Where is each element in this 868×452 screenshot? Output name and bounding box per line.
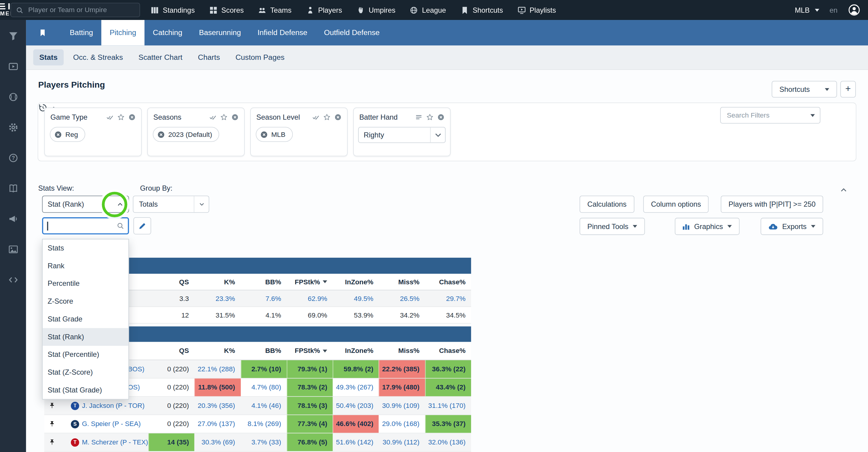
star-icon[interactable] xyxy=(220,114,227,121)
stat-cell[interactable]: 29.0% (168) xyxy=(379,415,425,433)
subtab-scatter-chart[interactable]: Scatter Chart xyxy=(132,49,188,65)
stat-cell[interactable]: 32.0% (136) xyxy=(425,433,471,451)
trumedia-logo[interactable]: TRUMEDIA xyxy=(0,6,8,14)
stat-cell[interactable]: 7.6% xyxy=(241,290,287,306)
x-circle-icon[interactable] xyxy=(437,114,444,121)
exports-button[interactable]: Exports xyxy=(761,218,823,235)
stat-cell[interactable]: 31.1% (170) xyxy=(425,397,471,415)
col-header-k[interactable]: K% xyxy=(194,274,241,290)
player-name[interactable]: G. Speier (P - SEA) xyxy=(82,420,141,428)
stat-cell[interactable]: 22.1% (288) xyxy=(194,360,241,378)
tab-infield-defense[interactable]: Infield Defense xyxy=(249,20,316,45)
col-header-chase[interactable]: Chase% xyxy=(425,274,471,290)
nav-teams[interactable]: Teams xyxy=(258,6,291,14)
group-by-select[interactable]: Totals xyxy=(133,196,209,213)
check-double-icon[interactable] xyxy=(312,114,319,121)
subtab-custom-pages[interactable]: Custom Pages xyxy=(229,49,291,65)
pin-cell[interactable] xyxy=(44,415,60,433)
stat-cell[interactable]: 3.7% (33) xyxy=(241,433,287,451)
stat-cell[interactable]: 20.3% (356) xyxy=(194,397,241,415)
stats-view-select[interactable]: Stat (Rank) xyxy=(42,196,129,213)
option-stat-stat-grade[interactable]: Stat (Stat Grade) xyxy=(42,381,128,399)
col-header-miss[interactable]: Miss% xyxy=(379,342,425,360)
nav-players[interactable]: Players xyxy=(306,6,342,14)
player-name[interactable]: BOS) xyxy=(128,365,145,373)
embed-code-icon[interactable] xyxy=(8,275,18,285)
filter-chip-2023-default[interactable]: 2023 (Default) xyxy=(153,127,219,142)
subtab-charts[interactable]: Charts xyxy=(192,49,226,65)
col-header-bb[interactable]: BB% xyxy=(241,342,287,360)
column-options-button[interactable]: Column options xyxy=(643,196,709,213)
player-name[interactable]: J. Jackson (P - TOR) xyxy=(82,402,144,410)
option-percentile[interactable]: Percentile xyxy=(42,275,128,293)
docs-book-icon[interactable] xyxy=(8,183,18,193)
stat-cell[interactable]: 30.9% (109) xyxy=(379,397,425,415)
col-header-qs[interactable]: QS xyxy=(149,342,195,360)
graphics-button[interactable]: Graphics xyxy=(675,218,740,235)
global-search-input[interactable] xyxy=(27,5,134,14)
bookmark-icon[interactable] xyxy=(39,28,46,37)
col-header-fpstk[interactable]: FPStk% xyxy=(287,342,333,360)
col-header-miss[interactable]: Miss% xyxy=(379,274,425,290)
check-double-icon[interactable] xyxy=(209,114,216,121)
x-circle-icon[interactable] xyxy=(129,114,136,121)
players-filter-button[interactable]: Players with [P|PIT] >= 250 xyxy=(721,196,823,213)
tab-batting[interactable]: Batting xyxy=(62,20,101,45)
media-image-icon[interactable] xyxy=(8,245,18,254)
announcements-megaphone-icon[interactable] xyxy=(8,214,18,224)
col-header-inzone[interactable]: InZone% xyxy=(333,342,379,360)
stat-cell[interactable]: 30.9% (112) xyxy=(379,433,425,451)
nav-umpires[interactable]: Umpires xyxy=(356,6,395,14)
nav-scores[interactable]: Scores xyxy=(209,6,244,14)
pinned-tools-button[interactable]: Pinned Tools xyxy=(580,218,645,235)
nav-standings[interactable]: Standings xyxy=(151,6,195,14)
stat-cell[interactable]: 51.6% (142) xyxy=(333,433,379,451)
col-header-bb[interactable]: BB% xyxy=(241,274,287,290)
nav-playlists[interactable]: Playlists xyxy=(517,6,556,14)
video-icon[interactable] xyxy=(8,62,18,72)
stat-cell[interactable]: 49.5% xyxy=(333,290,379,306)
calculations-button[interactable]: Calculations xyxy=(580,196,634,213)
stat-cell[interactable]: 4.1% (46) xyxy=(241,397,287,415)
stat-cell[interactable]: 49.3% (267) xyxy=(333,378,379,396)
x-circle-icon[interactable] xyxy=(231,114,239,121)
user-avatar-icon[interactable] xyxy=(848,4,860,16)
stat-cell[interactable]: 29.7% xyxy=(425,290,471,306)
stat-cell[interactable]: 27.0% (137) xyxy=(194,415,241,433)
league-selector[interactable]: MLB xyxy=(795,6,819,14)
edit-pencil-button[interactable] xyxy=(133,217,151,234)
player-name[interactable]: M. Scherzer (P - TEX) xyxy=(82,439,148,446)
col-header-fpstk[interactable]: FPStk% xyxy=(287,274,333,290)
stat-cell[interactable]: 50.4% (203) xyxy=(333,397,379,415)
settings-gear-icon[interactable] xyxy=(8,122,18,132)
star-icon[interactable] xyxy=(117,114,125,121)
option-stat-percentile[interactable]: Stat (Percentile) xyxy=(42,346,128,364)
locale-label[interactable]: en xyxy=(830,6,838,14)
option-rank[interactable]: Rank xyxy=(42,257,128,275)
filter-funnel-icon[interactable] xyxy=(8,31,18,41)
filter-select-batter-hand[interactable]: Righty xyxy=(358,127,446,143)
stat-cell[interactable]: 8.1% (269) xyxy=(241,415,287,433)
tab-outfield-defense[interactable]: Outfield Defense xyxy=(316,20,388,45)
col-header-qs[interactable]: QS xyxy=(149,274,195,290)
filter-chip-reg[interactable]: Reg xyxy=(50,127,85,142)
star-icon[interactable] xyxy=(426,114,433,121)
nav-shortcuts[interactable]: Shortcuts xyxy=(461,6,503,14)
subtab-stats[interactable]: Stats xyxy=(33,49,64,65)
stat-cell[interactable]: 26.5% xyxy=(379,290,425,306)
col-header-k[interactable]: K% xyxy=(194,342,241,360)
pin-cell[interactable] xyxy=(44,433,60,451)
check-double-icon[interactable] xyxy=(106,114,114,121)
option-stat-grade[interactable]: Stat Grade xyxy=(42,310,128,328)
x-circle-icon[interactable] xyxy=(334,114,342,121)
stat-cell[interactable]: 30.3% (69) xyxy=(194,433,241,451)
tab-pitching[interactable]: Pitching xyxy=(101,20,145,45)
stats-view-filter-box[interactable] xyxy=(42,217,129,234)
option-z-score[interactable]: Z-Score xyxy=(42,292,128,310)
add-page-button[interactable]: + xyxy=(840,81,856,97)
help-icon[interactable]: ? xyxy=(8,153,18,163)
tab-baserunning[interactable]: Baserunning xyxy=(191,20,249,45)
global-search[interactable] xyxy=(10,3,140,17)
tab-catching[interactable]: Catching xyxy=(145,20,191,45)
stat-cell[interactable]: 23.3% xyxy=(194,290,241,306)
